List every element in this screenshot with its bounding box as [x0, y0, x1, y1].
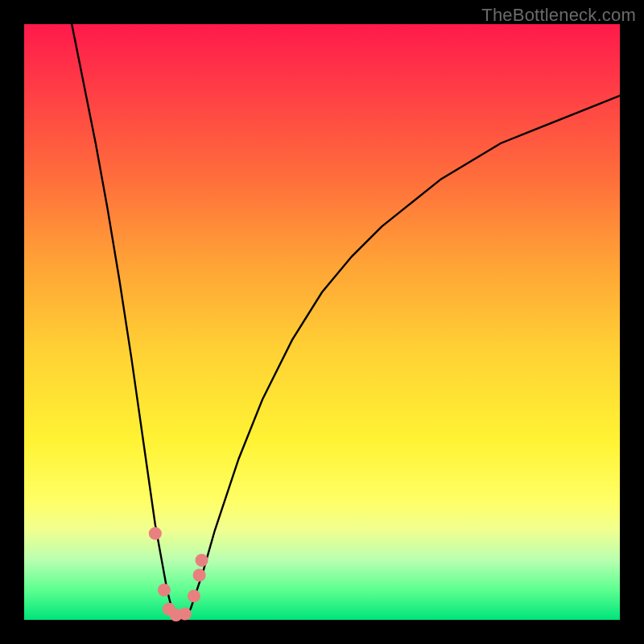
curve-svg [24, 24, 620, 620]
data-marker [188, 589, 200, 602]
data-marker [158, 584, 171, 597]
data-marker [193, 569, 206, 582]
chart-frame: TheBottleneck.com [0, 0, 644, 644]
watermark-text: TheBottleneck.com [481, 5, 636, 26]
plot-area [24, 24, 620, 620]
data-marker [196, 554, 208, 567]
data-marker [149, 527, 162, 540]
data-marker [179, 608, 192, 621]
